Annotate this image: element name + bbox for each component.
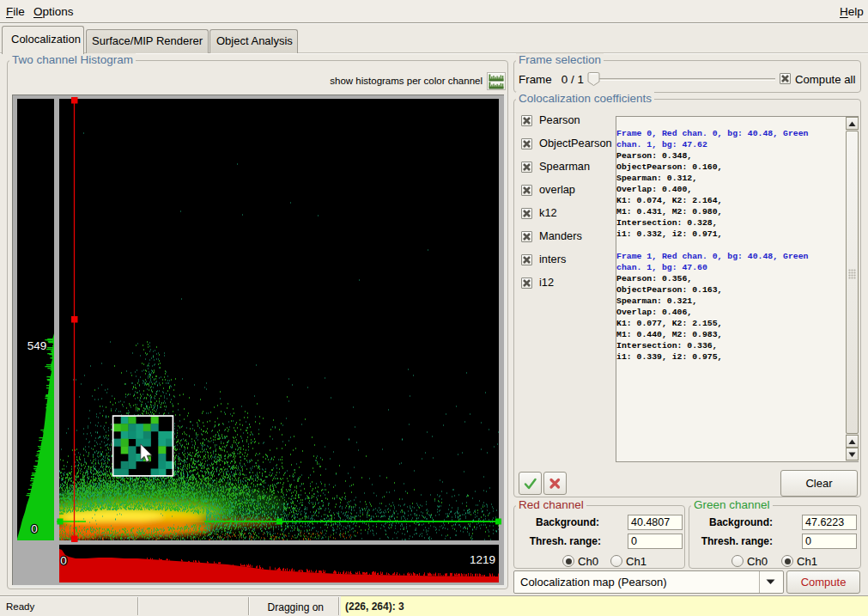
svg-text:0: 0: [31, 522, 38, 535]
svg-text:549: 549: [27, 339, 47, 352]
svg-text:0: 0: [60, 554, 67, 567]
svg-text:1219: 1219: [470, 553, 495, 566]
